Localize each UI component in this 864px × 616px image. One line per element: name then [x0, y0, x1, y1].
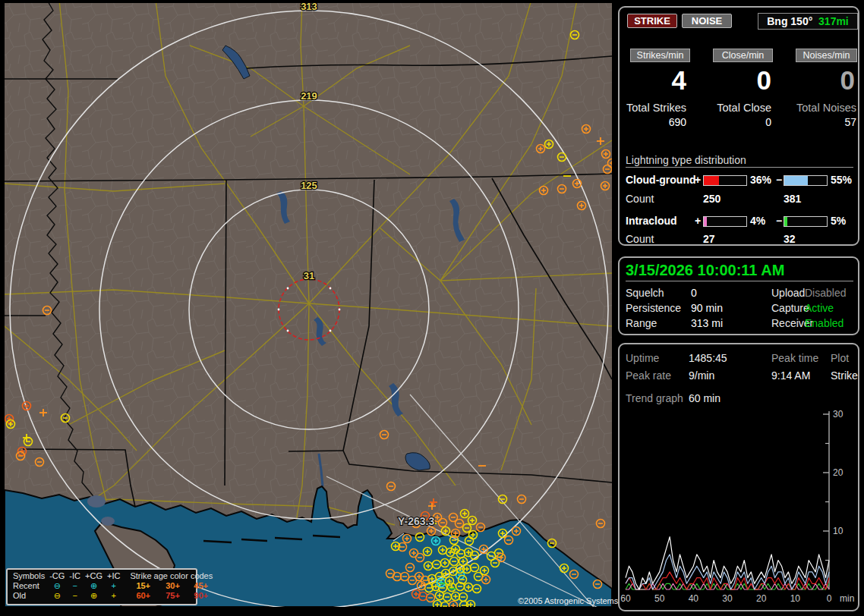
- noises-per-min-button[interactable]: Noises/min: [796, 49, 857, 62]
- svg-text:50: 50: [654, 593, 665, 604]
- cg-neg-count: 381: [784, 193, 801, 205]
- strike-mode-button[interactable]: STRIKE: [627, 14, 677, 28]
- total-noises-value: 57: [794, 116, 856, 128]
- neg-ic-recent-icon: −: [67, 581, 83, 591]
- range-label: Range: [626, 317, 657, 329]
- svg-text:31: 31: [304, 270, 314, 281]
- svg-text:219: 219: [301, 90, 317, 102]
- legend-recent-label: Recent: [11, 581, 47, 591]
- peak-time-value: 9:14 AM: [771, 369, 810, 382]
- svg-text:20: 20: [833, 467, 844, 478]
- plot-mode-value: Strike: [831, 369, 858, 382]
- noise-mode-button[interactable]: NOISE: [682, 14, 732, 28]
- cg-neg-bar: [784, 175, 828, 186]
- svg-text:313: 313: [301, 1, 317, 12]
- bearing-label: Bng 150°: [767, 15, 812, 27]
- peak-rate-value: 9/min: [689, 369, 714, 382]
- status-panel: 3/15/2026 10:00:11 AM Squelch 0 Upload D…: [618, 256, 859, 335]
- ic-pos-count: 27: [703, 233, 715, 245]
- capture-label: Capture: [771, 302, 809, 314]
- legend-symbols-header: Symbols: [11, 571, 47, 581]
- uptime-value: 1485:45: [689, 352, 727, 364]
- squelch-label: Squelch: [626, 287, 664, 299]
- datetime-display: 3/15/2026 10:00:11 AM: [626, 262, 784, 279]
- svg-text:10: 10: [833, 526, 844, 536]
- trend-graph-label: Trend graph: [626, 392, 683, 404]
- ic-minus-sign: −: [776, 215, 782, 227]
- total-strikes-label: Total Strikes: [626, 102, 686, 114]
- svg-text:min: min: [840, 593, 854, 604]
- capture-status: Active: [805, 302, 834, 314]
- bearing-readout: Bng 150° 317mi: [758, 13, 858, 30]
- counters-panel: STRIKE NOISE Bng 150° 317mi Strikes/min …: [618, 6, 859, 246]
- total-close-value: 0: [711, 116, 771, 128]
- range-value: 313 mi: [691, 317, 723, 329]
- svg-text:20: 20: [756, 593, 767, 604]
- uptime-label: Uptime: [626, 352, 659, 364]
- ic-count-label: Count: [626, 233, 654, 245]
- peak-time-label: Peak time: [771, 352, 818, 364]
- svg-text:125: 125: [301, 180, 317, 191]
- total-strikes-value: 690: [626, 116, 686, 128]
- peak-rate-label: Peak rate: [626, 369, 671, 382]
- plot-label: Plot: [831, 352, 849, 364]
- svg-text:40: 40: [689, 593, 699, 604]
- noises-per-min-value: 0: [794, 65, 855, 96]
- upload-label: Upload: [771, 287, 805, 299]
- close-per-min-value: 0: [711, 65, 771, 96]
- cloud-ground-label: Cloud-ground: [626, 174, 696, 186]
- persistence-label: Persistence: [626, 302, 681, 314]
- pos-ic-recent-icon: +: [105, 581, 122, 591]
- receiver-status: Enabled: [805, 317, 844, 329]
- ic-plus-sign: +: [695, 215, 701, 227]
- ic-neg-bar: [784, 216, 828, 227]
- ic-neg-pct: 5%: [831, 215, 846, 227]
- lake-pontchartrain: [87, 495, 106, 508]
- lightning-map[interactable]: 313 219 125 31 Y-263.3: [0, 0, 616, 616]
- strikes-per-min-value: 4: [626, 65, 686, 96]
- bearing-distance: 317mi: [818, 15, 849, 27]
- trend-graph: 1020306050403020100min: [620, 405, 861, 610]
- neg-cg-recent-icon: ⊖: [47, 581, 67, 591]
- cg-plus-sign: +: [695, 174, 701, 186]
- cg-pos-pct: 36%: [750, 174, 771, 186]
- pos-ic-old-icon: +: [105, 591, 122, 601]
- squelch-value: 0: [691, 287, 697, 299]
- svg-text:30: 30: [833, 409, 844, 420]
- intracloud-label: Intracloud: [626, 215, 677, 227]
- ic-pos-pct: 4%: [750, 215, 765, 227]
- trend-panel: Uptime 1485:45 Peak time Plot Peak rate …: [618, 343, 859, 611]
- cg-count-label: Count: [626, 193, 654, 205]
- copyright-text: ©2005 Astrogenic Systems: [518, 596, 618, 605]
- svg-text:60: 60: [620, 593, 631, 604]
- lake-borgne: [101, 517, 115, 526]
- close-per-min-button[interactable]: Close/min: [713, 49, 773, 62]
- cg-minus-sign: −: [776, 174, 782, 186]
- legend-age-header: Strike age color codes: [122, 571, 215, 581]
- trend-window-value: 60 min: [689, 392, 721, 404]
- cg-pos-bar: [703, 175, 747, 186]
- pos-cg-old-icon: ⊕: [83, 591, 105, 601]
- distribution-header: Lightning type distribution: [626, 154, 746, 166]
- neg-cg-old-icon: ⊖: [47, 591, 67, 601]
- cg-neg-pct: 55%: [831, 174, 852, 186]
- legend-old-label: Old: [11, 591, 47, 601]
- map-symbol-legend: Symbols -CG-IC +CG+IC Strike age color c…: [6, 568, 197, 605]
- svg-text:10: 10: [790, 593, 801, 604]
- ic-pos-bar: [703, 216, 747, 227]
- svg-text:30: 30: [722, 593, 733, 604]
- total-noises-label: Total Noises: [794, 102, 856, 114]
- storm-cell-label: Y-263.3: [398, 515, 434, 527]
- persistence-value: 90 min: [691, 302, 723, 314]
- upload-status: Disabled: [805, 287, 846, 299]
- ic-neg-count: 32: [784, 233, 796, 245]
- cg-pos-count: 250: [703, 193, 721, 205]
- pos-cg-recent-icon: ⊕: [83, 581, 105, 591]
- svg-text:0: 0: [827, 593, 832, 604]
- neg-ic-old-icon: −: [67, 591, 83, 601]
- strikes-per-min-button[interactable]: Strikes/min: [630, 49, 690, 62]
- total-close-label: Total Close: [711, 102, 771, 114]
